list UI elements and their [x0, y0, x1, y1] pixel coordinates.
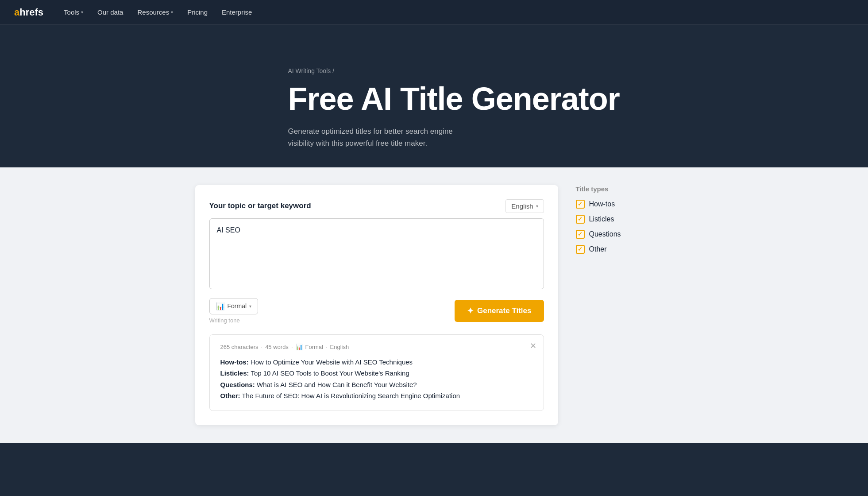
- result-prefix-4: Other:: [220, 392, 240, 399]
- navbar: ahrefs Tools▾ Our data Resources▾ Pricin…: [0, 0, 868, 25]
- result-line-2: Listicles: Top 10 AI SEO Tools to Boost …: [220, 368, 533, 379]
- checkbox-label-listicles: Listicles: [589, 215, 614, 223]
- title-types-heading: Title types: [576, 185, 673, 193]
- checkbox-label-questions: Questions: [589, 230, 621, 238]
- tone-icon: 📊: [216, 302, 225, 310]
- results-tone-icon: 📊: [296, 344, 303, 350]
- generate-button[interactable]: ✦ Generate Titles: [455, 300, 544, 322]
- tone-selector[interactable]: 📊 Formal ▾: [209, 298, 258, 314]
- card-wrapper: Your topic or target keyword English ▾ A…: [169, 185, 700, 425]
- results-words: 45 words: [265, 344, 289, 350]
- chevron-down-icon: ▾: [81, 10, 83, 15]
- logo[interactable]: ahrefs: [14, 7, 43, 18]
- keyword-header: Your topic or target keyword English ▾: [209, 199, 544, 213]
- chevron-down-icon: ▾: [171, 10, 173, 15]
- checkbox-other[interactable]: ✓ Other: [576, 245, 673, 254]
- tone-label: Formal: [228, 302, 247, 310]
- hero-section: AI Writing Tools / Free AI Title Generat…: [235, 46, 633, 150]
- results-meta: 265 characters · 45 words · 📊 Formal · E…: [220, 344, 533, 350]
- writing-tone-label: Writing tone: [209, 317, 258, 324]
- result-text-4: The Future of SEO: How AI is Revolutioni…: [240, 392, 460, 399]
- checkbox-icon-listicles: ✓: [576, 215, 585, 224]
- checkbox-how-tos[interactable]: ✓ How-tos: [576, 200, 673, 209]
- keyword-input[interactable]: AI SEO: [209, 218, 544, 289]
- checkbox-icon-other: ✓: [576, 245, 585, 254]
- chevron-down-icon: ▾: [249, 304, 251, 309]
- breadcrumb-link[interactable]: AI Writing Tools: [288, 67, 331, 74]
- results-language: English: [330, 344, 349, 350]
- breadcrumb: AI Writing Tools /: [288, 67, 633, 74]
- language-selector[interactable]: English ▾: [505, 199, 544, 213]
- meta-dot-3: ·: [326, 344, 328, 350]
- result-line-1: How-tos: How to Optimize Your Website wi…: [220, 356, 533, 368]
- checkbox-listicles[interactable]: ✓ Listicles: [576, 215, 673, 224]
- nav-resources[interactable]: Resources▾: [131, 5, 179, 19]
- keyword-label: Your topic or target keyword: [209, 202, 311, 210]
- close-icon[interactable]: ✕: [530, 342, 536, 350]
- result-prefix-2: Listicles:: [220, 369, 249, 377]
- tone-wrap: 📊 Formal ▾ Writing tone: [209, 298, 258, 324]
- nav-pricing[interactable]: Pricing: [181, 5, 214, 19]
- breadcrumb-separator: /: [332, 67, 334, 74]
- meta-dot-2: ·: [291, 344, 293, 350]
- nav-enterprise[interactable]: Enterprise: [216, 5, 258, 19]
- result-prefix-1: How-tos:: [220, 358, 249, 366]
- logo-a: a: [14, 7, 19, 18]
- result-text-3: What is AI SEO and How Can it Benefit Yo…: [255, 381, 417, 388]
- tool-card: Your topic or target keyword English ▾ A…: [195, 185, 558, 425]
- result-text-2: Top 10 AI SEO Tools to Boost Your Websit…: [249, 369, 409, 377]
- generate-label: Generate Titles: [477, 306, 532, 315]
- generate-icon: ✦: [467, 306, 474, 316]
- checkbox-label-how-tos: How-tos: [589, 200, 615, 208]
- result-text-1: How to Optimize Your Website with AI SEO…: [249, 358, 413, 366]
- result-prefix-3: Questions:: [220, 381, 255, 388]
- page-title: Free AI Title Generator: [288, 81, 633, 116]
- hero-subtitle: Generate optimized titles for better sea…: [288, 125, 474, 149]
- title-types-panel: Title types ✓ How-tos ✓ Listicles ✓ Ques…: [576, 185, 673, 260]
- meta-dot-1: ·: [261, 344, 263, 350]
- results-tone: Formal: [305, 344, 323, 350]
- checkbox-questions[interactable]: ✓ Questions: [576, 230, 673, 239]
- result-line-4: Other: The Future of SEO: How AI is Revo…: [220, 390, 533, 402]
- logo-hrefs: hrefs: [19, 7, 43, 18]
- checkbox-label-other: Other: [589, 245, 607, 253]
- checkbox-icon-questions: ✓: [576, 230, 585, 239]
- result-line-3: Questions: What is AI SEO and How Can it…: [220, 379, 533, 391]
- main-area: Your topic or target keyword English ▾ A…: [0, 167, 868, 443]
- bottom-bar: 📊 Formal ▾ Writing tone ✦ Generate Title…: [209, 298, 544, 324]
- nav-links: Tools▾ Our data Resources▾ Pricing Enter…: [58, 5, 258, 19]
- language-value: English: [511, 202, 533, 210]
- results-chars: 265 characters: [220, 344, 258, 350]
- chevron-down-icon: ▾: [536, 204, 538, 209]
- nav-our-data[interactable]: Our data: [91, 5, 129, 19]
- results-card: 265 characters · 45 words · 📊 Formal · E…: [209, 334, 544, 411]
- nav-tools[interactable]: Tools▾: [58, 5, 89, 19]
- checkbox-icon-how-tos: ✓: [576, 200, 585, 209]
